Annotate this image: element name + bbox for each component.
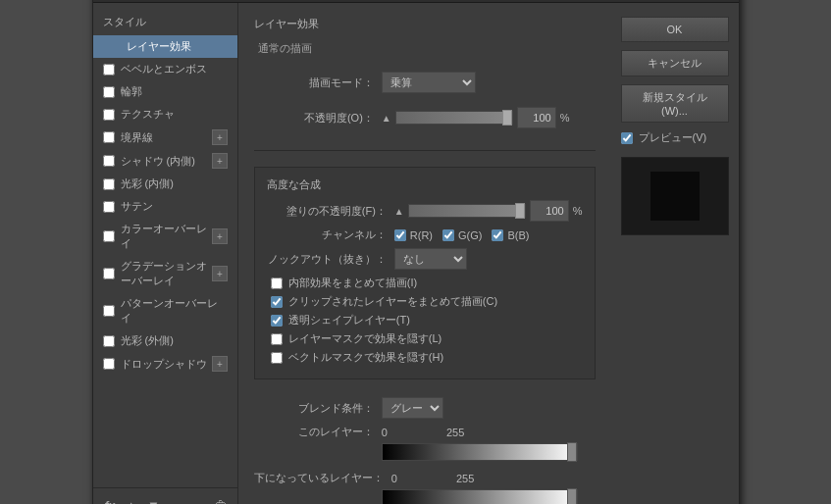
sidebar-label-border: 境界線 [121,130,153,145]
sidebar-item-outline[interactable]: 輪郭 [93,80,237,103]
move-up-button[interactable]: ▲ [123,496,139,504]
sidebar-checkbox-border[interactable] [103,131,115,143]
main-content: レイヤー効果 通常の描画 描画モード： 乗算 通常 スクリーン オーバーレイ 不… [238,3,611,504]
new-style-button[interactable]: 新規スタイル(W)... [621,84,729,123]
this-layer-min: 0 [382,427,388,438]
sidebar-item-texture[interactable]: テクスチャ [93,103,237,126]
fill-opacity-input[interactable] [530,200,569,222]
sidebar-label-texture: テクスチャ [121,107,175,122]
knockout-row: ノックアウト（抜き）： なし シャロー ディープ [267,248,583,270]
fx-button[interactable]: fx [103,497,118,505]
sidebar-item-left-texture: テクスチャ [103,107,175,122]
sidebar-checkbox-bevel-emboss[interactable] [103,64,115,76]
channel-controls: R(R) G(G) B(B) [394,229,530,241]
blend-mode-select[interactable]: 乗算 通常 スクリーン オーバーレイ [382,72,476,93]
channel-g-checkbox[interactable] [442,229,454,241]
sidebar-checkbox-drop-shadow[interactable] [103,358,115,370]
channels-label: チャンネル： [267,227,394,242]
layer-style-dialog: レイヤースタイル ✕ スタイル レイヤー効果ベベルとエンボス輪郭テクスチャ境界線… [92,0,740,504]
sidebar-item-drop-shadow[interactable]: ドロップシャドウ+ [93,352,237,376]
sidebar-item-layer-effect[interactable]: レイヤー効果 [93,35,237,58]
channel-b-checkbox[interactable] [492,229,503,241]
sidebar-title: スタイル [93,11,237,35]
channel-r-label: R(R) [410,229,433,241]
ok-button[interactable]: OK [621,17,729,42]
transparent-shapes-checkbox[interactable] [271,315,283,327]
sidebar-item-inner-glow[interactable]: 光彩 (内側) [93,173,237,195]
sidebar-checkbox-inner-shadow[interactable] [103,155,115,167]
sidebar-item-inner-shadow[interactable]: シャドウ (内側)+ [93,149,237,173]
fill-opacity-percent: % [573,205,583,217]
preview-area [621,157,729,235]
layer-mask-label: レイヤーマスクで効果を隠す(L) [288,331,441,346]
sidebar-item-bevel-emboss[interactable]: ベベルとエンボス [93,58,237,80]
sidebar-plus-border[interactable]: + [212,129,228,145]
knockout-select[interactable]: なし シャロー ディープ [394,248,467,270]
section-title: レイヤー効果 [254,17,596,31]
opacity-input[interactable] [517,107,556,128]
sidebar-checkbox-gradient-overlay[interactable] [103,268,115,279]
sidebar-item-left-gradient-overlay: グラデーションオーバーレイ [103,259,212,288]
move-down-button[interactable]: ▼ [145,496,162,504]
inner-effects-checkbox[interactable] [271,277,283,289]
sidebar-item-left-inner-glow: 光彩 (内側) [103,176,174,191]
layer-mask-checkbox[interactable] [271,333,283,345]
vector-mask-checkbox[interactable] [271,352,283,364]
sidebar-plus-inner-shadow[interactable]: + [212,153,228,169]
sidebar-plus-drop-shadow[interactable]: + [212,356,228,372]
sidebar-item-outer-glow[interactable]: 光彩 (外側) [93,329,237,352]
sidebar-checkbox-pattern-overlay[interactable] [103,305,115,317]
blend-mode-row: 描画モード： 乗算 通常 スクリーン オーバーレイ [254,72,596,93]
preview-row: プレビュー(V) [621,130,729,145]
sidebar-item-border[interactable]: 境界線+ [93,126,237,149]
sidebar-checkbox-outer-glow[interactable] [103,335,115,347]
sidebar-checkbox-inner-glow[interactable] [103,178,115,190]
sidebar-label-outer-glow: 光彩 (外側) [121,333,174,348]
sidebar-item-pattern-overlay[interactable]: パターンオーバーレイ [93,292,237,329]
transparent-shapes-label: 透明シェイプレイヤー(T) [288,313,410,328]
sidebar-checkbox-texture[interactable] [103,109,115,121]
delete-button[interactable]: 🗑 [214,498,228,505]
blend-mode-controls: 乗算 通常 スクリーン オーバーレイ [382,72,476,93]
this-layer-label: このレイヤー： [254,425,382,439]
sidebar-plus-color-overlay[interactable]: + [212,228,228,244]
sidebar-item-satin[interactable]: サテン [93,195,237,218]
sidebar-item-left-color-overlay: カラーオーバーレイ [103,222,212,251]
inner-effects-label: 内部効果をまとめて描画(I) [288,276,417,290]
dialog-body: スタイル レイヤー効果ベベルとエンボス輪郭テクスチャ境界線+シャドウ (内側)+… [93,3,739,504]
blend-condition-label: ブレンド条件： [254,401,382,416]
sidebar-item-left-inner-shadow: シャドウ (内側) [103,154,195,169]
transparent-shapes-row: 透明シェイプレイヤー(T) [267,313,583,328]
layer-mask-row: レイヤーマスクで効果を隠す(L) [267,331,583,346]
fill-opacity-slider[interactable] [408,204,526,218]
sidebar-item-gradient-overlay[interactable]: グラデーションオーバーレイ+ [93,255,237,292]
sidebar-item-color-overlay[interactable]: カラーオーバーレイ+ [93,218,237,255]
channel-r-checkbox[interactable] [394,229,406,241]
sidebar-label-outline: 輪郭 [121,84,142,99]
clipped-layers-row: クリップされたレイヤーをまとめて描画(C) [267,294,583,309]
preview-checkbox[interactable] [621,132,633,144]
sidebar-label-satin: サテン [121,199,153,214]
sidebar-label-gradient-overlay: グラデーションオーバーレイ [121,259,212,288]
cancel-button[interactable]: キャンセル [621,50,729,76]
sidebar-footer: fx ▲ ▼ 🗑 [93,487,237,504]
sidebar-item-left-pattern-overlay: パターンオーバーレイ [103,296,228,326]
below-layer-slider[interactable] [382,489,578,504]
sidebar-checkbox-color-overlay[interactable] [103,230,115,242]
sidebar-item-left-layer-effect: レイヤー効果 [103,39,191,54]
sidebar-item-left-outline: 輪郭 [103,84,142,99]
blend-condition-select[interactable]: グレー R G B [382,397,443,419]
sidebar-plus-gradient-overlay[interactable]: + [212,266,228,281]
vector-mask-row: ベクトルマスクで効果を隠す(H) [267,350,583,365]
sidebar-checkbox-outline[interactable] [103,86,115,98]
sidebar-checkbox-satin[interactable] [103,201,115,213]
clipped-layers-checkbox[interactable] [271,296,283,308]
sidebar-label-layer-effect: レイヤー効果 [127,39,191,54]
opacity-row: 不透明度(O)： ▲ % [254,107,596,128]
opacity-slider[interactable] [395,111,513,125]
sidebar-label-color-overlay: カラーオーバーレイ [121,222,212,251]
this-layer-slider[interactable] [382,443,578,461]
knockout-controls: なし シャロー ディープ [394,248,467,270]
blend-mode-label: 描画モード： [254,76,382,90]
channel-g-label: G(G) [458,229,482,241]
